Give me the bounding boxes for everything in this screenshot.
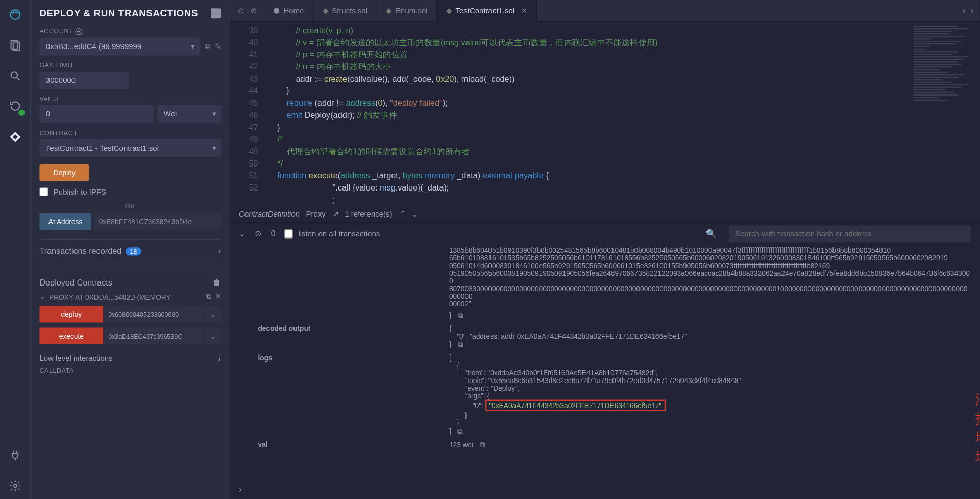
deploy-panel: DEPLOY & RUN TRANSACTIONS ACCOUNT + ⧉ ✎ … <box>31 0 230 499</box>
deployed-contract-item[interactable]: ⌄ PROXY AT 0XDDA...5482D (MEMORY ⧉ ✕ <box>39 293 221 301</box>
remix-logo-icon[interactable] <box>7 6 23 22</box>
code-editor[interactable]: 3940414243444546474849505152 // create(v… <box>230 21 980 206</box>
share-icon[interactable]: ↗ <box>332 210 338 219</box>
tab-testcontract1[interactable]: ◆TestContract1.sol✕ <box>437 0 537 21</box>
low-level-title: Low level interactions <box>39 354 112 363</box>
tx-recorded-toggle[interactable]: Transactions recorded18 › <box>39 246 221 256</box>
chevron-right-icon: › <box>218 246 221 256</box>
deploy-fn-input[interactable] <box>103 306 203 322</box>
publish-ipfs-checkbox[interactable]: Publish to IPFS <box>39 187 221 196</box>
contract-select[interactable] <box>39 139 221 157</box>
settings-icon[interactable] <box>7 478 23 494</box>
at-address-button[interactable]: At Address <box>39 213 91 230</box>
account-label: ACCOUNT <box>39 28 73 35</box>
zoom-in-icon[interactable]: ⊕ <box>251 6 257 15</box>
svg-point-7 <box>14 484 17 487</box>
deploy-run-icon[interactable] <box>7 129 23 145</box>
trash-icon[interactable]: 🗑 <box>213 278 221 288</box>
svg-point-3 <box>11 72 17 78</box>
clear-terminal-icon[interactable]: ⊘ <box>255 229 262 239</box>
logs-content: [ { "from": "0xddaAd340b0f1Ef65169Ae5E41… <box>449 354 971 436</box>
copy-account-icon[interactable]: ⧉ <box>205 42 211 51</box>
contract-label: CONTRACT <box>39 129 221 136</box>
plugin-manager-icon[interactable] <box>7 447 23 463</box>
copy-icon[interactable]: ⧉ <box>458 311 463 319</box>
at-address-input[interactable] <box>94 213 221 230</box>
logs-label: logs <box>258 354 449 362</box>
compiler-icon[interactable] <box>7 98 23 114</box>
close-tab-icon[interactable]: ✕ <box>521 6 527 15</box>
edit-account-icon[interactable]: ✎ <box>215 42 221 51</box>
terminal-search-input[interactable] <box>729 225 971 242</box>
copy-icon[interactable]: ⧉ <box>458 340 463 348</box>
svg-point-0 <box>11 10 20 19</box>
terminal-output[interactable]: 1385b8b604051b0910390f3b8b0025481565b8b6… <box>230 244 980 499</box>
deploy-fn-expand[interactable]: ⌄ <box>205 306 221 322</box>
terminal-toolbar: ⌄ ⊘ 0 listen on all transactions 🔍 <box>230 223 980 244</box>
copy-icon[interactable]: ⧉ <box>480 440 485 449</box>
account-plus-icon[interactable]: + <box>75 28 82 35</box>
external-annotation: 汇报地址 <box>975 390 980 467</box>
value-label: VALUE <box>39 96 221 103</box>
copy-address-icon[interactable]: ⧉ <box>206 293 211 301</box>
info-icon[interactable]: i <box>218 353 221 363</box>
chevron-down-icon: ⌄ <box>39 293 45 301</box>
breadcrumb-bar: ContractDefinition Proxy ↗ 1 reference(s… <box>230 206 980 222</box>
code-content[interactable]: // create(v, p, n) // v = 部署合约发送的以太坊主币的数… <box>268 21 979 206</box>
gaslimit-input[interactable] <box>39 72 129 89</box>
icon-sidebar <box>0 0 31 499</box>
tab-enum[interactable]: ◆Enum.sol <box>377 0 437 21</box>
up-icon[interactable]: ⌃ <box>399 210 405 219</box>
tab-home[interactable]: ⬢Home <box>264 0 313 21</box>
terminal-prompt-icon[interactable]: › <box>239 484 242 494</box>
value-amount-input[interactable] <box>39 105 153 123</box>
line-gutter: 3940414243444546474849505152 <box>230 21 268 206</box>
input-blob: 1385b8b604051b0910390f3b8b0025481565b8b6… <box>449 247 971 308</box>
value-unit-select[interactable] <box>157 105 221 123</box>
deploy-button[interactable]: Deploy <box>39 164 89 181</box>
tab-structs[interactable]: ◆Structs.sol <box>313 0 377 21</box>
search-icon[interactable] <box>7 67 23 84</box>
gaslimit-label: GAS LIMIT <box>39 62 221 69</box>
deploy-fn-button[interactable]: deploy <box>39 306 103 322</box>
solidity-icon: ◆ <box>323 6 328 15</box>
tab-strip: ⊖ ⊕ ⬢Home ◆Structs.sol ◆Enum.sol ◆TestCo… <box>230 0 980 21</box>
expand-editor-icon[interactable]: ⟷ <box>956 6 979 15</box>
copy-icon[interactable]: ⧉ <box>457 426 463 435</box>
execute-fn-expand[interactable]: ⌄ <box>205 328 221 344</box>
main-area: ⊖ ⊕ ⬢Home ◆Structs.sol ◆Enum.sol ◆TestCo… <box>230 0 980 499</box>
collapse-terminal-icon[interactable]: ⌄ <box>239 229 246 239</box>
search-terminal-icon[interactable]: 🔍 <box>706 229 716 239</box>
deployed-address-highlight: "0xEA0aA741F44342b3a02FFE7171DE634166ef5… <box>485 400 666 411</box>
account-select[interactable] <box>39 38 200 56</box>
panel-swap-icon[interactable] <box>211 8 221 18</box>
svg-line-4 <box>17 78 19 80</box>
zoom-out-icon[interactable]: ⊖ <box>238 6 244 15</box>
execute-fn-input[interactable] <box>103 328 203 344</box>
close-contract-icon[interactable]: ✕ <box>215 293 221 301</box>
val-label: val <box>258 440 449 448</box>
decoded-output-label: decoded output <box>258 324 449 332</box>
deployed-contracts-title: Deployed Contracts <box>39 278 112 288</box>
listen-checkbox[interactable]: listen on all transactions <box>284 229 380 238</box>
home-icon: ⬢ <box>273 6 279 15</box>
down-icon[interactable]: ⌄ <box>411 210 418 219</box>
or-divider: OR <box>39 203 221 210</box>
solidity-icon: ◆ <box>446 6 452 15</box>
solidity-icon: ◆ <box>386 6 391 15</box>
file-explorer-icon[interactable] <box>7 37 23 53</box>
breadcrumb-def: ContractDefinition <box>239 210 300 219</box>
pending-tx-count: 0 <box>271 229 275 239</box>
tx-count-badge: 18 <box>126 247 141 255</box>
calldata-label: CALLDATA <box>39 367 221 374</box>
breadcrumb-name: Proxy <box>306 210 326 219</box>
panel-title: DEPLOY & RUN TRANSACTIONS <box>39 8 198 18</box>
execute-fn-button[interactable]: execute <box>39 328 103 344</box>
breadcrumb-refs[interactable]: 1 reference(s) <box>345 210 392 219</box>
